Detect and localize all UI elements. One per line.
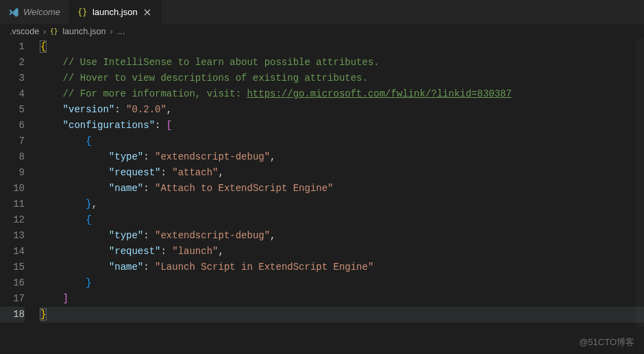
svg-text:{}: {} (77, 8, 87, 17)
tab-label: Welcome (23, 7, 60, 17)
bracket: [ (166, 120, 172, 131)
json-key: "request" (109, 167, 161, 178)
brace: } (40, 308, 47, 320)
breadcrumb-more[interactable]: … (117, 27, 126, 36)
json-string: "launch" (172, 246, 218, 257)
json-key: "request" (109, 246, 161, 257)
json-string: "attach" (172, 167, 218, 178)
json-string: "extendscript-debug" (155, 151, 270, 162)
json-key: "name" (109, 183, 143, 194)
brace: } (86, 199, 91, 210)
line-gutter: 1234 5678 9101112 13141516 1718 (0, 39, 40, 323)
scrollbar[interactable] (636, 39, 644, 327)
breadcrumb-file[interactable]: launch.json (62, 27, 106, 36)
json-icon: {} (50, 27, 60, 36)
chevron-right-icon: › (110, 27, 113, 36)
json-key: "name" (109, 262, 143, 273)
brace: } (86, 277, 91, 288)
breadcrumb-folder[interactable]: .vscode (10, 27, 39, 36)
json-icon: {} (77, 7, 88, 18)
json-string: "0.2.0" (126, 104, 166, 115)
brace: { (40, 40, 47, 53)
svg-text:{}: {} (50, 27, 58, 35)
tab-launch-json[interactable]: {} launch.json (69, 0, 162, 24)
breadcrumb[interactable]: .vscode › {} launch.json › … (0, 24, 644, 39)
vscode-icon (8, 7, 19, 18)
comment: // For more information, visit: (63, 88, 247, 99)
editor[interactable]: 1234 5678 9101112 13141516 1718 { // Use… (0, 39, 644, 323)
json-key: "type" (109, 230, 143, 241)
comment-link[interactable]: https://go.microsoft.com/fwlink/?linkid=… (247, 88, 511, 99)
brace: { (86, 214, 91, 225)
json-string: "Launch Script in ExtendScript Engine" (155, 262, 373, 273)
comment: // Use IntelliSense to learn about possi… (63, 57, 380, 68)
brace: { (86, 136, 91, 147)
json-string: "Attach to ExtendScript Engine" (155, 183, 333, 194)
close-icon[interactable] (142, 7, 153, 18)
chevron-right-icon: › (43, 27, 46, 36)
json-string: "extendscript-debug" (155, 230, 270, 241)
tab-welcome[interactable]: Welcome (0, 0, 69, 24)
tab-bar: Welcome {} launch.json (0, 0, 644, 24)
tab-label: launch.json (92, 7, 138, 17)
json-key: "version" (63, 104, 115, 115)
bracket: ] (63, 293, 69, 304)
code-area[interactable]: { // Use IntelliSense to learn about pos… (40, 39, 644, 323)
comment: // Hover to view descriptions of existin… (63, 73, 368, 84)
json-key: "configurations" (63, 120, 155, 131)
json-key: "type" (109, 151, 143, 162)
watermark: @51CTO博客 (579, 336, 634, 349)
